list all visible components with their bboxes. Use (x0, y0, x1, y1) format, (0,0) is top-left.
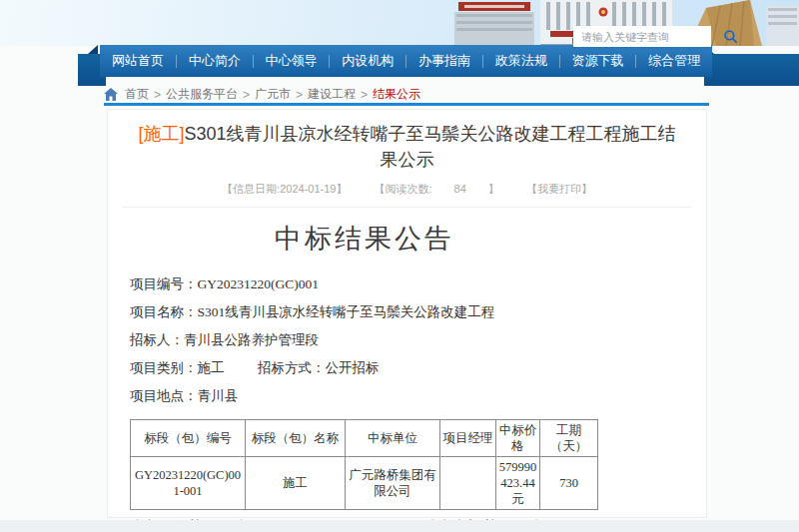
field-value: GY20231220(GC)001 (198, 276, 320, 291)
home-icon[interactable] (104, 88, 118, 101)
col-project-manager: 项目经理 (440, 420, 496, 457)
nav-item-departments[interactable]: 内设机构 (330, 45, 405, 77)
views-label: 【阅读次数: (375, 183, 432, 195)
views-suffix: 】 (488, 183, 499, 195)
ribbon-fold-left (88, 45, 98, 54)
col-section-number: 标段（包）编号 (131, 420, 246, 457)
page-footer-strip (0, 520, 799, 532)
main-nav: 网站首页 中心简介 中心领导 内设机构 办事指南 政策法规 资源下载 综合管理 (100, 45, 712, 77)
cell-winning-bidder: 广元路桥集团有限公司 (346, 457, 440, 510)
table-header-row: 标段（包）编号 标段（包）名称 中标单位 项目经理 中标价格 工期（天） (131, 420, 598, 457)
table-row: GY20231220(GC)001-001 施工 广元路桥集团有限公司 5799… (131, 457, 598, 510)
title-category-tag: [施工] (138, 124, 184, 144)
field-location: 项目地点：青川县 (130, 382, 599, 410)
breadcrumb-city[interactable]: 广元市 (255, 86, 291, 103)
project-fields: 项目编号：GY20231220(GC)001 项目名称：S301线青川县凉水经转… (130, 270, 599, 410)
field-label: 招标方式： (258, 360, 326, 375)
field-value: 青川县 (198, 388, 239, 403)
page: { "colors": { "nav_blue": "#135d9f", "ri… (0, 0, 799, 532)
title-text: S301线青川县凉水经转嘴子至马鬃关公路改建工程工程施工结果公示 (184, 124, 675, 170)
breadcrumb-construction[interactable]: 建设工程 (308, 86, 356, 103)
section-divider-line (104, 103, 709, 106)
col-bid-price: 中标价格 (496, 420, 540, 457)
field-category-and-method: 项目类别：施工 招标方式：公开招标 (130, 354, 599, 382)
cell-section-number: GY20231220(GC)001-001 (131, 457, 246, 510)
field-project-number: 项目编号：GY20231220(GC)001 (130, 270, 599, 298)
nav-item-management[interactable]: 综合管理 (636, 45, 712, 77)
breadcrumb: 首页 > 公共服务平台 > 广元市 > 建设工程 > 结果公示 (104, 86, 420, 103)
nav-item-about[interactable]: 中心简介 (177, 45, 253, 77)
field-value: 公开招标 (325, 360, 379, 375)
search-input[interactable] (581, 31, 723, 43)
field-label: 招标人： (130, 332, 184, 347)
article-meta: 【信息日期:2024-01-19】 【阅读次数:84】 【我要打印】 (108, 182, 706, 197)
announcement-heading: 中标结果公告 (130, 221, 599, 257)
breadcrumb-separator: > (361, 88, 368, 102)
field-tenderee: 招标人：青川县公路养护管理段 (130, 326, 599, 354)
breadcrumb-public-service[interactable]: 公共服务平台 (166, 86, 238, 103)
print-button[interactable]: 【我要打印】 (526, 183, 592, 195)
bid-result-table: 标段（包）编号 标段（包）名称 中标单位 项目经理 中标价格 工期（天） GY2… (130, 419, 598, 510)
breadcrumb-current: 结果公示 (373, 86, 420, 103)
field-project-name: 项目名称：S301线青川县凉水经转嘴子至马鬃关公路改建工程 (130, 298, 599, 326)
info-date: 【信息日期:2024-01-19】 (222, 183, 347, 195)
breadcrumb-separator: > (154, 88, 161, 102)
ribbon-tail-right (704, 54, 799, 86)
meta-divider (122, 207, 692, 208)
announcement-body: 中标结果公告 项目编号：GY20231220(GC)001 项目名称：S301线… (130, 221, 599, 532)
cell-section-name: 施工 (246, 457, 346, 510)
col-section-name: 标段（包）名称 (246, 420, 346, 457)
col-winning-bidder: 中标单位 (346, 420, 440, 457)
col-duration-days: 工期（天） (540, 420, 598, 457)
field-value: 施工 (198, 360, 225, 375)
breadcrumb-separator: > (296, 88, 303, 102)
nav-item-home[interactable]: 网站首页 (100, 45, 176, 77)
views-count: 84 (454, 183, 466, 195)
field-label: 项目地点： (130, 388, 198, 403)
page-title: [施工]S301线青川县凉水经转嘴子至马鬃关公路改建工程工程施工结果公示 (136, 121, 678, 173)
search-icon[interactable] (723, 29, 738, 44)
cell-project-manager (440, 457, 496, 510)
nav-item-guide[interactable]: 办事指南 (406, 45, 482, 77)
field-value: S301线青川县凉水经转嘴子至马鬃关公路改建工程 (198, 304, 495, 319)
cell-duration-days: 730 (540, 457, 598, 510)
search-box (573, 26, 711, 47)
field-value: 青川县公路养护管理段 (184, 332, 319, 347)
field-label: 项目名称： (130, 304, 198, 319)
cell-bid-price: 579990423.44元 (496, 457, 540, 510)
breadcrumb-home[interactable]: 首页 (125, 86, 149, 103)
article-container: [施工]S301线青川县凉水经转嘴子至马鬃关公路改建工程工程施工结果公示 【信息… (107, 109, 707, 518)
nav-item-downloads[interactable]: 资源下载 (560, 45, 636, 77)
field-label: 项目编号： (130, 276, 198, 291)
nav-item-leaders[interactable]: 中心领导 (254, 45, 330, 77)
breadcrumb-separator: > (243, 88, 250, 102)
nav-item-policies[interactable]: 政策法规 (483, 45, 559, 77)
field-label: 项目类别： (130, 360, 198, 375)
